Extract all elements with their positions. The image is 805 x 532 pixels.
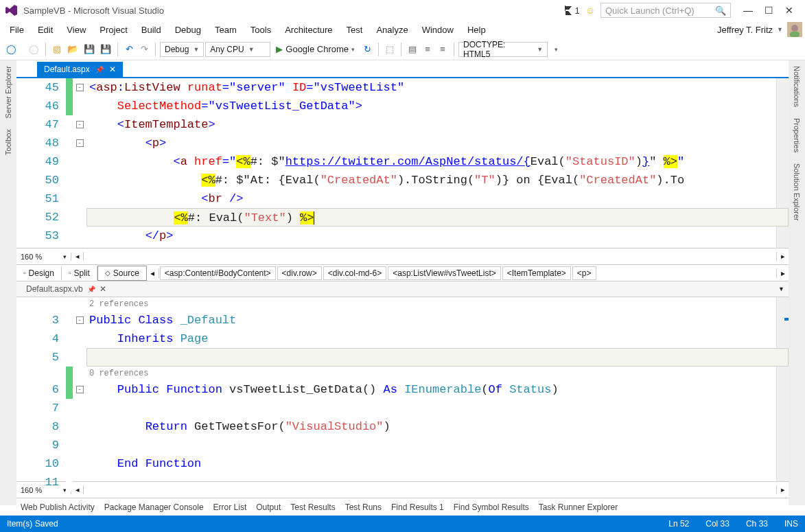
- tool-tab[interactable]: Task Runner Explorer: [539, 502, 618, 512]
- left-tool-pane: Server Explorer Toolbox: [0, 60, 16, 505]
- window-title: SampleVB - Microsoft Visual Studio: [23, 5, 164, 16]
- tool-tab[interactable]: Test Results: [290, 502, 335, 512]
- breadcrumb-item[interactable]: <asp:Content#BodyContent>: [160, 266, 276, 280]
- split-tab[interactable]: ▫Split: [62, 266, 97, 280]
- menu-help[interactable]: Help: [460, 23, 493, 37]
- zoom-dropdown[interactable]: 160 %▾: [16, 253, 71, 261]
- crumb-scroll-right[interactable]: ▸: [776, 268, 789, 278]
- notification-flag[interactable]: 1: [564, 5, 580, 16]
- chevron-down-icon: ▼: [777, 26, 783, 33]
- new-project-button[interactable]: ▧: [50, 42, 64, 57]
- browser-refresh-button[interactable]: ↻: [360, 42, 374, 57]
- close-tab-icon[interactable]: ✕: [100, 284, 106, 294]
- vs-logo-icon: [5, 4, 18, 16]
- breadcrumb-item[interactable]: <ItemTemplate>: [502, 266, 571, 280]
- status-ins: INS: [784, 519, 798, 529]
- close-button[interactable]: ✕: [779, 5, 800, 16]
- doctype-dropdown[interactable]: DOCTYPE: HTML5▼: [458, 42, 548, 57]
- feedback-icon[interactable]: ☺: [585, 5, 595, 16]
- toolbox-tab[interactable]: Toolbox: [3, 124, 14, 161]
- codelens[interactable]: 2 references: [86, 297, 789, 311]
- document-tab-vb[interactable]: Default.aspx.vb 📌 ✕: [19, 282, 113, 296]
- breadcrumb-item[interactable]: <div.row>: [277, 266, 322, 280]
- pin-icon[interactable]: 📌: [95, 66, 104, 73]
- menu-view[interactable]: View: [60, 23, 93, 37]
- tool-tab[interactable]: Web Publish Activity: [21, 502, 95, 512]
- menu-file[interactable]: File: [3, 23, 31, 37]
- signed-in-user[interactable]: Jeffrey T. Fritz ▼: [717, 22, 802, 37]
- properties-tab[interactable]: Properties: [791, 113, 802, 158]
- close-tab-icon[interactable]: ✕: [109, 65, 116, 74]
- save-button[interactable]: 💾: [82, 42, 97, 57]
- nav-forward-button[interactable]: ◯: [27, 42, 41, 57]
- document-tab-active[interactable]: Default.aspx 📌 ✕: [37, 62, 123, 77]
- notification-count: 1: [574, 5, 579, 16]
- statusbar: Item(s) Saved Ln 52 Col 33 Ch 33 INS: [0, 516, 805, 532]
- menu-edit[interactable]: Edit: [31, 23, 60, 37]
- titlebar: SampleVB - Microsoft Visual Studio 1 ☺ Q…: [0, 0, 805, 21]
- tool-tab[interactable]: Package Manager Console: [104, 502, 204, 512]
- platform-dropdown[interactable]: Any CPU▼: [205, 42, 270, 57]
- user-name: Jeffrey T. Fritz: [717, 25, 773, 35]
- breadcrumb-item[interactable]: <div.col-md-6>: [323, 266, 386, 280]
- indent-button[interactable]: ≡: [421, 42, 434, 57]
- quick-launch-input[interactable]: Quick Launch (Ctrl+Q) 🔍: [600, 3, 731, 18]
- menu-tools[interactable]: Tools: [244, 23, 278, 37]
- menu-team[interactable]: Team: [208, 23, 244, 37]
- comment-button[interactable]: ▤: [406, 42, 419, 57]
- tabstrip-dropdown[interactable]: ▼: [774, 286, 789, 292]
- server-explorer-tab[interactable]: Server Explorer: [3, 60, 14, 124]
- solution-explorer-tab[interactable]: Solution Explorer: [791, 158, 802, 227]
- document-tabstrip-bottom: Default.aspx.vb 📌 ✕ ▼: [16, 281, 789, 297]
- menubar: File Edit View Project Build Debug Team …: [0, 21, 805, 38]
- document-tabstrip: Default.aspx 📌 ✕: [16, 60, 789, 78]
- open-file-button[interactable]: 📂: [65, 42, 80, 57]
- notifications-tab[interactable]: Notifications: [791, 60, 802, 113]
- outdent-button[interactable]: ≡: [436, 42, 450, 57]
- tab-title: Default.aspx.vb: [26, 284, 83, 294]
- nav-back-button[interactable]: ◯←: [4, 42, 25, 57]
- svg-point-1: [791, 25, 798, 32]
- tool-tab[interactable]: Find Symbol Results: [454, 502, 529, 512]
- hscroll-left[interactable]: ◂: [71, 252, 84, 261]
- quick-launch-placeholder: Quick Launch (Ctrl+Q): [605, 5, 695, 16]
- menu-build[interactable]: Build: [135, 23, 168, 37]
- design-tab[interactable]: ▫Design: [16, 266, 62, 280]
- codelens[interactable]: 0 references: [86, 367, 789, 380]
- main-toolbar: ◯← ◯ ▧ 📂 💾 💾 ↶ ↷ Debug▼ Any CPU▼ ▶ Googl…: [0, 38, 805, 60]
- menu-debug[interactable]: Debug: [168, 23, 208, 37]
- status-col: Col 33: [705, 519, 730, 529]
- menu-project[interactable]: Project: [93, 23, 134, 37]
- config-dropdown[interactable]: Debug▼: [160, 42, 204, 57]
- menu-test[interactable]: Test: [340, 23, 370, 37]
- user-avatar: [787, 22, 802, 37]
- breadcrumb-item[interactable]: <p>: [572, 266, 596, 280]
- extension-button[interactable]: ⬚: [383, 42, 397, 57]
- menu-window[interactable]: Window: [415, 23, 460, 37]
- save-all-button[interactable]: 💾: [98, 42, 113, 57]
- play-icon: ▶: [276, 44, 283, 54]
- menu-analyze[interactable]: Analyze: [369, 23, 415, 37]
- status-ch: Ch 33: [746, 519, 768, 529]
- minimize-button[interactable]: —: [738, 5, 758, 16]
- code-editor-bottom[interactable]: ◫ 2 references 3-Public Class _Default 4…: [16, 297, 789, 481]
- tool-tab[interactable]: Test Runs: [345, 502, 382, 512]
- maximize-button[interactable]: ☐: [758, 5, 779, 16]
- tool-tab[interactable]: Find Results 1: [391, 502, 444, 512]
- source-tab[interactable]: ◇Source: [97, 266, 147, 281]
- breadcrumb-item[interactable]: <asp:ListView#vsTweetList>: [388, 266, 501, 280]
- code-editor-top[interactable]: ◫ 45-<asp:ListView runat="server" ID="vs…: [16, 78, 789, 248]
- crumb-scroll-left[interactable]: ◂: [147, 268, 159, 278]
- status-line: Ln 52: [668, 519, 689, 529]
- tool-tab[interactable]: Error List: [213, 502, 247, 512]
- editor-zoom-row: 160 %▾ ◂ ▸: [16, 248, 789, 264]
- run-button[interactable]: ▶ Google Chrome ▾: [272, 44, 359, 54]
- toolbar-overflow[interactable]: ▾: [549, 42, 563, 57]
- tool-tab[interactable]: Output: [256, 502, 281, 512]
- menu-architecture[interactable]: Architecture: [278, 23, 339, 37]
- redo-button[interactable]: ↷: [137, 42, 151, 57]
- pin-icon[interactable]: 📌: [87, 286, 95, 293]
- undo-button[interactable]: ↶: [122, 42, 136, 57]
- hscroll-right[interactable]: ▸: [776, 252, 789, 261]
- search-icon: 🔍: [715, 5, 726, 16]
